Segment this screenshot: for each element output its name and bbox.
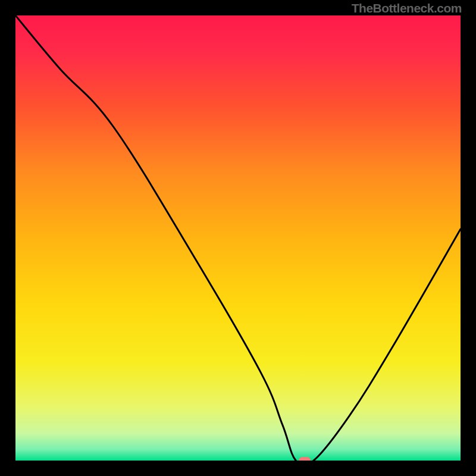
gradient-background [15, 15, 461, 461]
plot-area [15, 15, 461, 461]
attribution-label: TheBottleneck.com [352, 1, 462, 15]
chart-frame: TheBottleneck.com [0, 0, 476, 476]
bottleneck-chart [15, 15, 461, 461]
optimal-marker [299, 457, 311, 461]
